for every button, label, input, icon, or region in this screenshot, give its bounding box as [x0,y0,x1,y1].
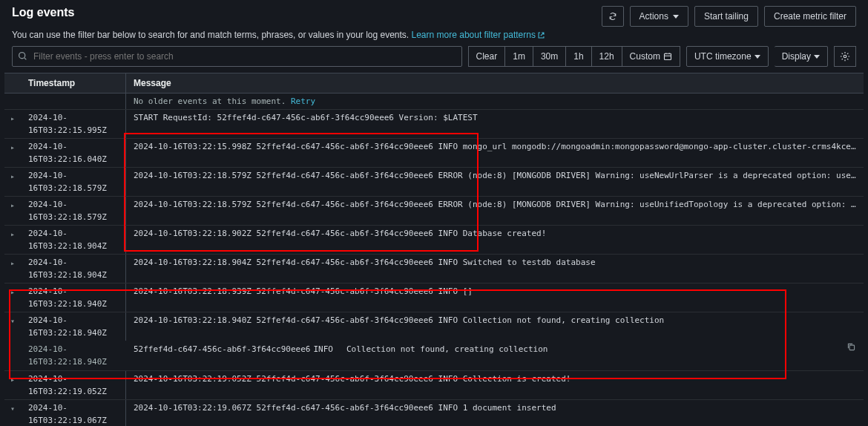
log-timestamp: 2024-10-16T03:22:18.904Z [25,226,126,254]
gear-icon [840,51,850,62]
chevron-down-icon [754,55,760,59]
no-older-events: No older events at this moment. Retry [4,94,864,110]
refresh-button[interactable] [602,6,624,27]
detail-text: Collection not found, creating collectio… [346,344,548,354]
log-message: 2024-10-16T03:22:18.902Z 52ffef4d-c647-4… [126,226,864,254]
log-row[interactable]: 2024-10-16T03:22:18.904Z2024-10-16T03:22… [4,255,864,284]
external-link-icon [537,31,545,39]
range-30m[interactable]: 30m [533,46,566,67]
chevron-down-icon [814,55,820,59]
log-row[interactable]: 2024-10-16T03:22:18.940Z2024-10-16T03:22… [4,312,864,371]
display-select[interactable]: Display [775,46,828,67]
log-message: 2024-10-16T03:22:15.998Z 52ffef4d-c647-4… [126,139,864,167]
time-range-selector: Clear 1m 30m 1h 12h Custom [468,46,680,67]
chevron-right-icon[interactable] [4,168,25,196]
log-row[interactable]: 2024-10-16T03:22:19.067Z2024-10-16T03:22… [4,400,864,426]
refresh-icon [608,12,617,21]
page-title: Log events [12,6,74,19]
log-timestamp: 2024-10-16T03:22:15.995Z [25,110,126,138]
hint-text: You can use the filter bar below to sear… [0,30,868,46]
copy-button[interactable] [846,342,856,355]
detail-timestamp: 2024-10-16T03:22:18.940Z [25,343,126,368]
log-message: 2024-10-16T03:22:19.067Z 52ffef4d-c647-4… [126,400,864,426]
actions-button[interactable]: Actions [630,6,688,27]
retry-link[interactable]: Retry [291,96,315,106]
log-timestamp: 2024-10-16T03:22:18.904Z [25,255,126,283]
learn-more-link[interactable]: Learn more about filter patterns [412,30,545,40]
search-icon [18,51,27,63]
log-message: START RequestId: 52ffef4d-c647-456c-ab6f… [126,110,864,138]
log-row[interactable]: 2024-10-16T03:22:18.579Z2024-10-16T03:22… [4,168,864,197]
log-row[interactable]: 2024-10-16T03:22:16.040Z2024-10-16T03:22… [4,139,864,168]
range-12h[interactable]: 12h [592,46,622,67]
log-timestamp: 2024-10-16T03:22:18.940Z [25,284,126,312]
log-message: 2024-10-16T03:22:19.052Z 52ffef4d-c647-4… [126,371,864,399]
chevron-down-icon[interactable] [4,400,25,426]
svg-point-2 [844,55,846,58]
log-row[interactable]: 2024-10-16T03:22:19.052Z2024-10-16T03:22… [4,371,864,400]
table-header: Timestamp Message [4,73,864,94]
chevron-right-icon[interactable] [4,110,25,138]
chevron-right-icon[interactable] [4,255,25,283]
log-message: 2024-10-16T03:22:18.940Z 52ffef4d-c647-4… [126,312,864,341]
chevron-down-icon [673,15,679,19]
log-row[interactable]: 2024-10-16T03:22:18.940Z2024-10-16T03:22… [4,284,864,312]
svg-rect-3 [849,345,855,350]
log-timestamp: 2024-10-16T03:22:18.579Z [25,197,126,225]
range-1m[interactable]: 1m [505,46,533,67]
detail-request-id: 52ffef4d-c647-456c-ab6f-3f64cc90eee6 [134,343,310,355]
range-1h[interactable]: 1h [566,46,591,67]
chevron-right-icon[interactable] [4,226,25,254]
svg-rect-1 [664,53,671,59]
col-message[interactable]: Message [126,73,864,93]
clear-button[interactable]: Clear [468,46,506,67]
log-detail: 2024-10-16T03:22:18.940Z52ffef4d-c647-45… [4,341,864,370]
log-message: 2024-10-16T03:22:18.939Z 52ffef4d-c647-4… [126,284,864,312]
log-row[interactable]: 2024-10-16T03:22:15.995ZSTART RequestId:… [4,110,864,139]
log-timestamp: 2024-10-16T03:22:16.040Z [25,139,126,167]
start-tailing-button[interactable]: Start tailing [694,6,758,27]
calendar-icon [663,52,672,61]
chevron-down-icon[interactable] [4,312,25,341]
create-metric-filter-button[interactable]: Create metric filter [764,6,856,27]
chevron-right-icon[interactable] [4,139,25,167]
range-custom[interactable]: Custom [622,46,680,67]
settings-button[interactable] [834,46,856,67]
detail-level: INFO [310,343,346,355]
filter-events-input[interactable] [12,46,462,67]
timezone-select[interactable]: UTC timezone [686,46,769,67]
log-row[interactable]: 2024-10-16T03:22:18.579Z2024-10-16T03:22… [4,197,864,226]
log-timestamp: 2024-10-16T03:22:18.579Z [25,168,126,196]
chevron-right-icon[interactable] [4,197,25,225]
col-timestamp[interactable]: Timestamp [25,73,126,93]
chevron-right-icon[interactable] [4,371,25,399]
log-row[interactable]: 2024-10-16T03:22:18.904Z2024-10-16T03:22… [4,226,864,255]
chevron-right-icon[interactable] [4,284,25,312]
log-timestamp: 2024-10-16T03:22:18.940Z [25,312,126,341]
log-message: 2024-10-16T03:22:18.579Z 52ffef4d-c647-4… [126,168,864,196]
log-timestamp: 2024-10-16T03:22:19.067Z [25,400,126,426]
log-timestamp: 2024-10-16T03:22:19.052Z [25,371,126,399]
log-message: 2024-10-16T03:22:18.904Z 52ffef4d-c647-4… [126,255,864,283]
log-message: 2024-10-16T03:22:18.579Z 52ffef4d-c647-4… [126,197,864,225]
svg-point-0 [19,53,25,59]
